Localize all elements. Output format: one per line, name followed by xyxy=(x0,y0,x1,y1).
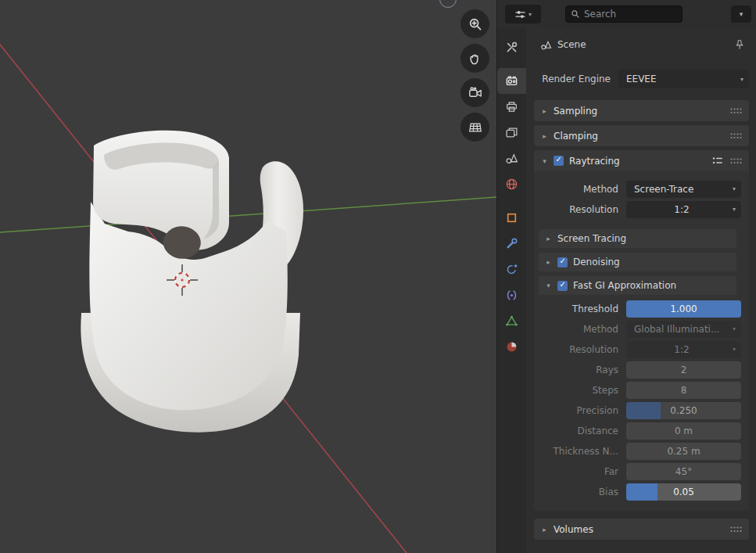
raytracing-method-row: Method Screen-Trace ▾ xyxy=(534,180,741,198)
drag-handle-icon[interactable] xyxy=(730,158,742,164)
sampling-panel: ▸ Sampling xyxy=(534,100,749,121)
orthographic-button[interactable] xyxy=(460,113,489,142)
viewport-nav-buttons xyxy=(460,9,489,142)
search-box[interactable] xyxy=(565,5,683,23)
scene-icon xyxy=(505,152,518,165)
steps-row: Steps 8 xyxy=(534,381,741,399)
search-input[interactable] xyxy=(584,9,677,20)
screen-tracing-subpanel[interactable]: ▸ Screen Tracing xyxy=(539,229,736,248)
render-icon xyxy=(505,74,518,88)
gi-resolution-row: Resolution 1:2 ▾ xyxy=(534,340,741,358)
tab-material[interactable] xyxy=(497,334,526,360)
panel-menu-button[interactable]: ▾ xyxy=(731,5,751,23)
chevron-down-icon: ▾ xyxy=(733,346,736,353)
chevron-down-icon: ▾ xyxy=(740,76,743,83)
material-sphere-icon xyxy=(505,340,518,354)
gi-method-row: Method Global Illuminati... ▾ xyxy=(534,320,741,338)
camera-icon xyxy=(468,85,483,101)
tab-tool[interactable] xyxy=(497,34,526,60)
threshold-slider[interactable]: 1.000 xyxy=(626,300,741,318)
distance-row: Distance 0 m xyxy=(534,422,741,440)
tab-world[interactable] xyxy=(497,171,526,197)
raytracing-resolution-row: Resolution 1:2 ▾ xyxy=(534,200,741,218)
tab-object[interactable] xyxy=(497,205,526,231)
camera-view-button[interactable] xyxy=(460,78,489,107)
distance-field: 0 m xyxy=(626,422,741,440)
drag-handle-icon[interactable] xyxy=(730,133,742,139)
chevron-right-icon: ▸ xyxy=(545,235,552,242)
chevron-down-icon: ▾ xyxy=(541,157,548,165)
raytracing-panel-header[interactable]: ▾ Raytracing xyxy=(534,150,749,171)
hand-icon xyxy=(468,51,483,66)
drag-handle-icon[interactable] xyxy=(730,108,742,114)
object-icon xyxy=(505,211,518,224)
render-properties-content: Scene Render Engine EEVEE ▾ xyxy=(526,28,756,553)
tab-view-layer[interactable] xyxy=(497,120,526,145)
volumes-panel-header[interactable]: ▸ Volumes xyxy=(534,519,749,540)
raytracing-method-dropdown[interactable]: Screen-Trace ▾ xyxy=(626,181,741,198)
zoom-button[interactable] xyxy=(460,9,489,38)
raytracing-checkbox[interactable] xyxy=(554,156,564,166)
tab-object-data[interactable] xyxy=(497,308,526,334)
tab-constraints[interactable] xyxy=(497,282,526,308)
breadcrumb-scene[interactable]: Scene xyxy=(557,39,586,50)
threshold-row: Threshold 1.000 xyxy=(534,300,741,318)
denoising-checkbox[interactable] xyxy=(557,257,568,268)
properties-editor: ▾ ▾ xyxy=(496,0,756,553)
chevron-down-icon: ▾ xyxy=(545,282,552,289)
denoising-subpanel[interactable]: ▸ Denoising xyxy=(539,253,736,271)
sampling-panel-header[interactable]: ▸ Sampling xyxy=(534,100,749,121)
bias-slider[interactable]: 0.05 xyxy=(626,483,741,501)
raytracing-resolution-dropdown[interactable]: 1:2 ▾ xyxy=(626,201,741,218)
pan-button[interactable] xyxy=(460,44,489,73)
drag-handle-icon[interactable] xyxy=(730,526,742,533)
pin-icon[interactable] xyxy=(734,39,745,50)
tab-output[interactable] xyxy=(497,94,526,120)
fast-gi-subpanel[interactable]: ▾ Fast GI Approximation xyxy=(539,276,736,295)
chevron-down-icon: ▾ xyxy=(733,325,736,332)
chevron-right-icon: ▸ xyxy=(541,107,548,115)
clamping-panel-header[interactable]: ▸ Clamping xyxy=(534,125,749,146)
steps-field: 8 xyxy=(626,382,741,399)
tab-physics[interactable] xyxy=(497,257,526,282)
viewport-canvas xyxy=(0,0,496,553)
gi-method-dropdown: Global Illuminati... ▾ xyxy=(626,321,741,338)
tab-render[interactable] xyxy=(497,68,526,94)
chevron-right-icon: ▸ xyxy=(541,132,548,140)
world-icon xyxy=(505,178,518,191)
panel-options-icon[interactable] xyxy=(712,156,723,166)
volumes-panel: ▸ Volumes xyxy=(534,519,749,540)
grid-icon xyxy=(468,120,483,135)
zoom-in-icon xyxy=(468,16,483,32)
tab-scene[interactable] xyxy=(497,145,526,171)
scene-breadcrumb-icon xyxy=(540,39,552,51)
bias-row: Bias 0.05 xyxy=(534,483,741,501)
render-engine-row: Render Engine EEVEE ▾ xyxy=(534,70,749,88)
clamping-panel: ▸ Clamping xyxy=(534,125,749,146)
rays-field: 2 xyxy=(626,361,741,379)
chevron-right-icon: ▸ xyxy=(541,526,548,533)
rays-row: Rays 2 xyxy=(534,361,741,379)
gi-resolution-dropdown: 1:2 ▾ xyxy=(626,341,741,358)
editor-type-button[interactable]: ▾ xyxy=(505,5,541,23)
images-icon xyxy=(505,126,518,139)
search-icon xyxy=(571,9,580,19)
raytracing-panel: ▾ Raytracing Method xyxy=(534,150,749,511)
3d-viewport[interactable] xyxy=(0,0,496,553)
far-row: Far 45° xyxy=(534,462,741,480)
thickness-field: 0.25 m xyxy=(626,443,741,460)
3d-object[interactable] xyxy=(81,131,303,433)
thickness-row: Thickness N... 0.25 m xyxy=(534,442,741,460)
constraint-icon xyxy=(505,289,518,302)
render-engine-dropdown[interactable]: EEVEE ▾ xyxy=(618,70,749,88)
breadcrumb: Scene xyxy=(526,34,756,55)
chevron-right-icon: ▸ xyxy=(545,258,552,266)
fast-gi-checkbox[interactable] xyxy=(557,281,568,291)
properties-header: ▾ ▾ xyxy=(497,0,756,28)
tab-modifiers[interactable] xyxy=(497,231,526,257)
physics-icon xyxy=(505,263,518,276)
mesh-data-icon xyxy=(505,314,518,328)
chevron-down-icon: ▾ xyxy=(733,185,736,192)
tool-icon xyxy=(505,41,518,54)
render-engine-label: Render Engine xyxy=(534,74,618,84)
